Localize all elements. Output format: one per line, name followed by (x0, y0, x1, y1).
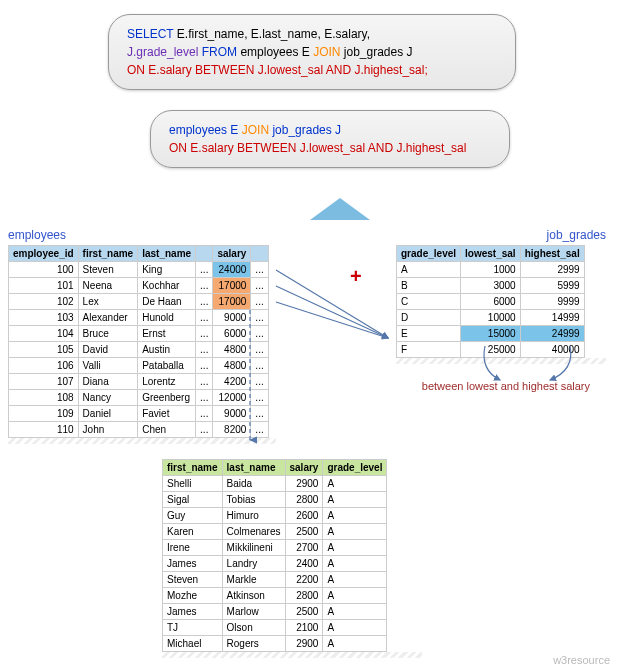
col-header: last_name (138, 246, 196, 262)
col-header (251, 246, 268, 262)
col-header: first_name (78, 246, 138, 262)
table-row: IreneMikkilineni2700A (163, 540, 387, 556)
sub-job: job_grades J (272, 123, 341, 137)
table-row: 110JohnChen...8200... (9, 422, 269, 438)
svg-line-1 (276, 286, 388, 338)
triangle-pointer (310, 198, 370, 220)
col-header: lowest_sal (461, 246, 521, 262)
table-row: 107DianaLorentz...4200... (9, 374, 269, 390)
col-header: grade_level (323, 460, 387, 476)
table-row: 104BruceErnst...6000... (9, 326, 269, 342)
join-clause-bubble: employees E JOIN job_grades J ON E.salar… (150, 110, 510, 168)
kw-on: ON (127, 63, 145, 77)
employees-label: employees (8, 228, 66, 242)
job-grades-label: job_grades (547, 228, 606, 242)
sql-emp: employees E (240, 45, 309, 59)
table-row: MichaelRogers2900A (163, 636, 387, 652)
table-row: JamesMarlow2500A (163, 604, 387, 620)
table-row: JamesLandry2400A (163, 556, 387, 572)
table-row: F2500040000 (397, 342, 585, 358)
plus-icon: + (350, 265, 362, 288)
table-row: GuyHimuro2600A (163, 508, 387, 524)
on-expr: E.salary BETWEEN J.lowest_sal AND J.high… (148, 63, 427, 77)
col-header (196, 246, 213, 262)
table-row: StevenMarkle2200A (163, 572, 387, 588)
table-row: D1000014999 (397, 310, 585, 326)
col-header: salary (285, 460, 323, 476)
table-row: 106ValliPataballa...4800... (9, 358, 269, 374)
result-table: first_namelast_namesalarygrade_level She… (162, 459, 422, 658)
watermark: w3resource (553, 654, 610, 666)
col-header: salary (213, 246, 251, 262)
col-header: last_name (222, 460, 285, 476)
table-row: SigalTobias2800A (163, 492, 387, 508)
join-arrows (270, 258, 400, 358)
sql-query-bubble: SELECT E.first_name, E.last_name, E.sala… (108, 14, 516, 90)
table-row: C60009999 (397, 294, 585, 310)
table-row: 102LexDe Haan...17000... (9, 294, 269, 310)
svg-line-0 (276, 270, 388, 338)
sub-on-expr: E.salary BETWEEN J.lowest_sal AND J.high… (190, 141, 466, 155)
table-row: 105DavidAustin...4800... (9, 342, 269, 358)
table-row: 109DanielFaviet...9000... (9, 406, 269, 422)
table-row: 103AlexanderHunold...9000... (9, 310, 269, 326)
table-row: E1500024999 (397, 326, 585, 342)
table-row: ShelliBaida2900A (163, 476, 387, 492)
employees-table: employee_idfirst_namelast_namesalary 100… (8, 245, 276, 444)
col-header: first_name (163, 460, 223, 476)
col-header: employee_id (9, 246, 79, 262)
table-row: 100StevenKing...24000... (9, 262, 269, 278)
svg-line-2 (276, 302, 388, 338)
sql-job: job_grades J (344, 45, 413, 59)
col-header: highest_sal (520, 246, 584, 262)
sub-emp: employees E (169, 123, 238, 137)
sub-on: ON (169, 141, 187, 155)
kw-join: JOIN (313, 45, 340, 59)
table-row: TJOlson2100A (163, 620, 387, 636)
table-row: KarenColmenares2500A (163, 524, 387, 540)
table-row: B30005999 (397, 278, 585, 294)
table-row: A10002999 (397, 262, 585, 278)
sql-cols: E.first_name, E.last_name, E.salary, (177, 27, 370, 41)
table-row: MozheAtkinson2800A (163, 588, 387, 604)
table-row: 108NancyGreenberg...12000... (9, 390, 269, 406)
col-header: grade_level (397, 246, 461, 262)
job-grades-table: grade_levellowest_salhighest_sal A100029… (396, 245, 606, 364)
between-note: between lowest and highest salary (422, 380, 590, 392)
sub-join: JOIN (242, 123, 269, 137)
table-row: 101NeenaKochhar...17000... (9, 278, 269, 294)
sql-grade: J.grade_level (127, 45, 198, 59)
kw-from: FROM (202, 45, 237, 59)
kw-select: SELECT (127, 27, 173, 41)
